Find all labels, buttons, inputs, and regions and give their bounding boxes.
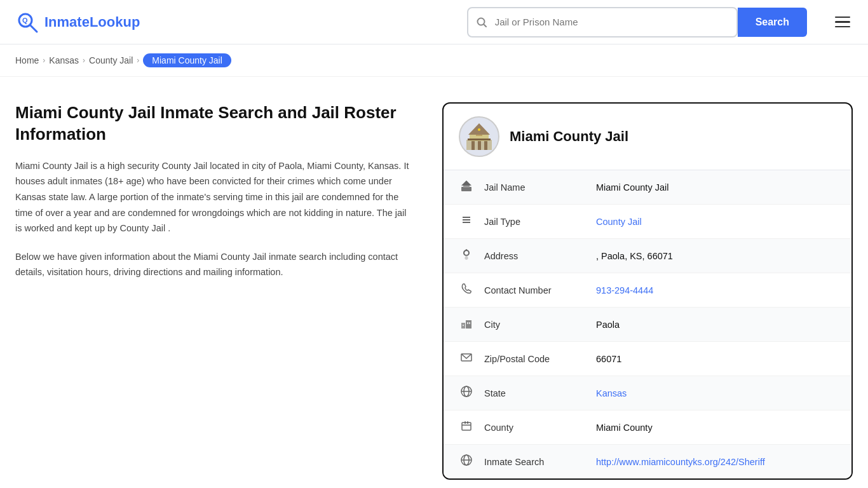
row-label: Inmate Search <box>484 457 586 467</box>
row-value[interactable]: Kansas <box>596 388 627 398</box>
left-panel: Miami County Jail Inmate Search and Jail… <box>15 102 422 480</box>
svg-rect-24 <box>467 322 468 324</box>
svg-rect-34 <box>467 421 468 424</box>
breadcrumb-home[interactable]: Home <box>15 55 39 65</box>
hamburger-line-2 <box>835 21 850 23</box>
svg-point-13 <box>478 128 480 131</box>
breadcrumb-type[interactable]: County Jail <box>89 55 133 65</box>
description-1: Miami County Jail is a high security Cou… <box>15 158 409 236</box>
courthouse-icon <box>463 121 495 152</box>
list-icon <box>459 214 474 229</box>
table-row: CountyMiami County <box>444 410 851 445</box>
svg-text:Q: Q <box>22 17 28 24</box>
breadcrumb: Home › Kansas › County Jail › Miami Coun… <box>0 44 868 77</box>
row-label: Contact Number <box>484 285 586 295</box>
card-header: Miami County Jail <box>444 104 851 170</box>
site-header: Q InmateLookup Search <box>0 0 868 44</box>
table-row: CityPaola <box>444 308 851 342</box>
county-icon <box>459 419 474 435</box>
svg-rect-26 <box>463 325 464 326</box>
row-label: Zip/Postal Code <box>484 354 586 364</box>
city-icon <box>459 316 474 332</box>
row-value[interactable]: http://www.miamicountyks.org/242/Sheriff <box>596 457 765 467</box>
row-label: County <box>484 423 586 433</box>
row-label: State <box>484 388 586 398</box>
phone-icon <box>459 282 474 298</box>
row-label: Jail Name <box>484 182 586 193</box>
svg-rect-9 <box>471 141 475 150</box>
table-row: Jail NameMiami County Jail <box>444 170 851 205</box>
card-rows: Jail NameMiami County JailJail TypeCount… <box>444 170 851 478</box>
info-card: Miami County Jail Jail NameMiami County … <box>442 102 853 480</box>
search-box <box>467 7 738 37</box>
logo-icon: Q <box>15 10 39 34</box>
svg-rect-25 <box>469 322 470 324</box>
row-value[interactable]: County Jail <box>596 217 642 227</box>
svg-line-1 <box>30 25 37 32</box>
hamburger-line-3 <box>835 26 850 28</box>
svg-rect-31 <box>462 423 471 430</box>
svg-rect-12 <box>468 139 491 140</box>
row-label: City <box>484 320 586 330</box>
card-title: Miami County Jail <box>510 128 628 145</box>
svg-rect-23 <box>466 320 471 329</box>
table-row: Inmate Searchhttp://www.miamicountyks.or… <box>444 445 851 478</box>
row-value[interactable]: 913-294-4444 <box>596 285 653 295</box>
globe-icon <box>459 385 474 401</box>
hamburger-menu[interactable] <box>832 14 853 30</box>
table-row: StateKansas <box>444 376 851 410</box>
mail-icon <box>459 351 474 367</box>
row-value: Paola <box>596 320 620 330</box>
svg-rect-14 <box>461 187 471 191</box>
chevron-icon-2: › <box>83 56 85 65</box>
breadcrumb-current: Miami County Jail <box>143 53 231 67</box>
chevron-icon-3: › <box>137 56 139 65</box>
description-2: Below we have given information about th… <box>15 249 409 280</box>
svg-rect-11 <box>484 141 487 150</box>
hamburger-line-1 <box>835 17 850 18</box>
search-icon <box>468 17 495 28</box>
table-row: Jail TypeCounty Jail <box>444 205 851 239</box>
table-row: Contact Number913-294-4444 <box>444 273 851 308</box>
breadcrumb-state[interactable]: Kansas <box>49 55 79 65</box>
location-icon <box>459 248 474 264</box>
row-label: Address <box>484 251 586 261</box>
row-value: , Paola, KS, 66071 <box>596 251 673 261</box>
search-area: Search <box>467 7 807 37</box>
svg-marker-16 <box>461 180 471 186</box>
row-value: Miami County Jail <box>596 182 668 193</box>
search-globe-icon <box>459 454 474 470</box>
svg-point-20 <box>464 250 469 255</box>
table-row: Address, Paola, KS, 66071 <box>444 239 851 273</box>
search-button[interactable]: Search <box>738 8 807 37</box>
jail-avatar <box>459 116 499 157</box>
page-title: Miami County Jail Inmate Search and Jail… <box>15 102 409 146</box>
site-logo[interactable]: Q InmateLookup <box>15 10 140 34</box>
row-label: Jail Type <box>484 217 586 227</box>
search-input[interactable] <box>495 8 736 36</box>
jail-icon <box>459 179 474 195</box>
row-value: Miami County <box>596 423 653 433</box>
chevron-icon-1: › <box>43 56 45 65</box>
main-content: Miami County Jail Inmate Search and Jail… <box>0 77 868 488</box>
svg-line-4 <box>484 24 486 27</box>
row-value: 66071 <box>596 354 621 364</box>
svg-rect-10 <box>478 141 481 150</box>
logo-text: InmateLookup <box>44 14 140 30</box>
svg-rect-33 <box>465 421 466 424</box>
table-row: Zip/Postal Code66071 <box>444 342 851 376</box>
